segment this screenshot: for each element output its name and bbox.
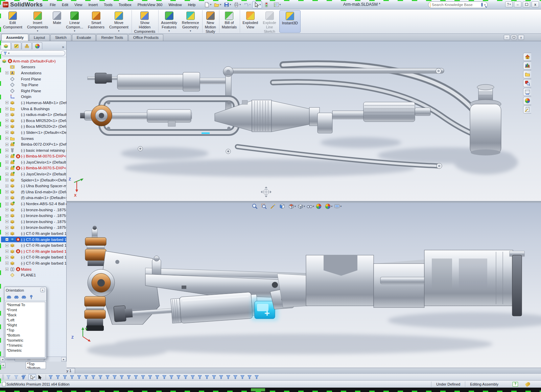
- expand-icon[interactable]: +: [5, 119, 8, 122]
- filter-dropdown-icon[interactable]: ▾: [8, 52, 9, 55]
- mate-button[interactable]: Mate ▾: [50, 10, 64, 33]
- dropdown-caret-icon[interactable]: ▾: [190, 30, 191, 32]
- new-document-button[interactable]: ▾: [203, 1, 212, 8]
- dropdown-caret-icon[interactable]: ▾: [295, 205, 296, 208]
- display-style-button[interactable]: ▾: [297, 203, 306, 210]
- tree-item[interactable]: + Screws: [1, 136, 66, 142]
- expand-icon[interactable]: +: [5, 125, 8, 128]
- restore-button[interactable]: [523, 1, 530, 7]
- selection-filter-icon[interactable]: [218, 374, 224, 380]
- expand-icon[interactable]: +: [5, 101, 8, 104]
- linear-component-pattern-button[interactable]: Linear Compon... ▾: [64, 10, 86, 33]
- help-button[interactable]: ?▾: [505, 1, 513, 7]
- edit-appearance-button[interactable]: ▾: [315, 203, 324, 210]
- expand-icon[interactable]: +: [5, 256, 8, 259]
- search-icon[interactable]: [481, 3, 483, 7]
- expand-icon[interactable]: +: [5, 196, 8, 199]
- tree-item[interactable]: + (-) Nordex-ABS-S2-4 Ball end: [1, 201, 66, 207]
- tree-item[interactable]: + (-) JaysClevis<1> (Default<Di: [1, 159, 66, 165]
- command-tab[interactable]: Assembly: [1, 34, 28, 41]
- assembly-features-button[interactable]: Assembly Features ▾: [158, 10, 180, 33]
- selection-filter-icon[interactable]: [83, 374, 89, 380]
- tree-item[interactable]: + (-) CT-0 Rt-angle barbed 10-3: [1, 254, 66, 261]
- tree-item[interactable]: + (-) Boca MR2520<2> (Default<: [1, 124, 66, 130]
- tree-item[interactable]: + (-) CT-0 Rt-angle barbed 10-3: [1, 230, 66, 237]
- command-tab[interactable]: Sketch: [50, 34, 71, 41]
- tag-icon[interactable]: [525, 381, 531, 387]
- expand-icon[interactable]: +: [5, 238, 8, 241]
- tree-item[interactable]: + (-) Bimba-M-0070.5-DXP<: [1, 165, 66, 171]
- select-button[interactable]: ▾: [252, 1, 262, 8]
- dropdown-caret-icon[interactable]: ▾: [220, 3, 221, 6]
- bottom-viewport[interactable]: Y Z: [67, 203, 541, 368]
- menu-item[interactable]: Help: [185, 1, 199, 8]
- appearances-scenes-tab[interactable]: [523, 97, 531, 105]
- selection-filter-icon[interactable]: [175, 374, 182, 380]
- solidworks-resources-tab[interactable]: [523, 53, 531, 61]
- minimize-button[interactable]: –: [514, 1, 521, 7]
- view-palette-tab[interactable]: [523, 88, 531, 96]
- menu-item[interactable]: PhotoView 360: [135, 1, 166, 8]
- selection-filter-icon[interactable]: [211, 374, 217, 380]
- selection-filter-icon[interactable]: [55, 374, 61, 380]
- tree-item[interactable]: + (-) Boca MR2520<1> (Default<: [1, 118, 66, 124]
- expand-icon[interactable]: +: [5, 214, 8, 217]
- pin-button[interactable]: [29, 295, 34, 299]
- menu-item[interactable]: Tools: [101, 1, 116, 8]
- view-list-nav-icon[interactable]: ◂: [1, 363, 5, 368]
- expand-icon[interactable]: +: [5, 149, 8, 152]
- expand-icon[interactable]: +: [5, 113, 8, 116]
- command-tab[interactable]: Render Tools: [96, 34, 128, 41]
- dropdown-caret-icon[interactable]: ▾: [168, 30, 170, 32]
- show-hidden-components-button[interactable]: Show Hidden Components ▾: [132, 10, 158, 33]
- previous-view-button[interactable]: ▾: [269, 203, 278, 210]
- design-library-tab[interactable]: [523, 62, 531, 70]
- solidworks-search-tab[interactable]: [523, 79, 531, 87]
- tree-item[interactable]: + (f) Ulna End-mab<3> (Default: [1, 189, 66, 195]
- zoom-to-fit-button[interactable]: ▾: [251, 203, 260, 210]
- tree-item[interactable]: + Mates: [1, 266, 66, 272]
- quick-tips-help-button[interactable]: ?: [513, 382, 518, 387]
- orientation-title-bar[interactable]: Orientation x: [4, 287, 46, 293]
- selection-filter-icon[interactable]: [168, 374, 174, 380]
- selection-filter-icon[interactable]: [190, 374, 196, 380]
- selection-filter-icon[interactable]: [133, 374, 139, 380]
- orientation-view-item[interactable]: *Left: [7, 318, 45, 323]
- open-document-button[interactable]: ▾: [213, 1, 222, 8]
- dropdown-caret-icon[interactable]: ▾: [74, 30, 75, 32]
- tree-item[interactable]: + (f) ulna-mab<1> (Default<<D: [1, 195, 66, 201]
- dropdown-caret-icon[interactable]: ▾: [304, 205, 305, 208]
- menu-item[interactable]: Edit: [59, 1, 71, 8]
- doc-restore-button[interactable]: [511, 35, 517, 40]
- view-orientation-button[interactable]: ▾: [288, 203, 297, 210]
- toolbar-grip[interactable]: [2, 375, 4, 379]
- tree-item[interactable]: + (-) bronze-bushing - .1875<4>: [1, 207, 66, 213]
- expand-icon[interactable]: +: [5, 232, 8, 235]
- dropdown-caret-icon[interactable]: ▾: [249, 3, 251, 6]
- options-button[interactable]: ▾: [273, 1, 282, 8]
- close-button[interactable]: x: [532, 1, 539, 7]
- expand-icon[interactable]: +: [5, 167, 8, 170]
- orientation-close-icon[interactable]: x: [40, 288, 45, 292]
- doc-minimize-button[interactable]: –: [504, 35, 510, 40]
- menu-item[interactable]: Window: [166, 1, 185, 8]
- reset-standard-views-button[interactable]: [21, 295, 26, 299]
- move-component-button[interactable]: Move Component ▾: [107, 10, 131, 33]
- command-tab[interactable]: Layout: [29, 34, 50, 41]
- dropdown-caret-icon[interactable]: ▾: [239, 3, 241, 6]
- tree-item[interactable]: + (-) Slider<1> (Default<<Defau: [1, 129, 66, 136]
- dropdown-caret-icon[interactable]: ▾: [331, 205, 332, 208]
- tree-root-item[interactable]: Arm-mab (Default<Full>): [1, 58, 66, 64]
- custom-properties-tab[interactable]: [523, 105, 531, 114]
- instant3d-button[interactable]: Instant3D ▾: [279, 10, 301, 33]
- tree-item[interactable]: + (-) bronze-bushing - .1875<5>: [1, 213, 66, 219]
- view-settings-button[interactable]: ▾: [333, 203, 342, 210]
- expand-icon[interactable]: +: [5, 202, 8, 205]
- dropdown-caret-icon[interactable]: ▾: [37, 30, 38, 32]
- selection-filter-icon[interactable]: [112, 374, 118, 380]
- expand-icon[interactable]: +: [5, 131, 8, 134]
- search-input[interactable]: [432, 3, 480, 7]
- section-view-button[interactable]: ▾: [279, 203, 287, 210]
- tree-item[interactable]: + Front Plane: [1, 76, 66, 82]
- dropdown-caret-icon[interactable]: ▾: [313, 205, 314, 208]
